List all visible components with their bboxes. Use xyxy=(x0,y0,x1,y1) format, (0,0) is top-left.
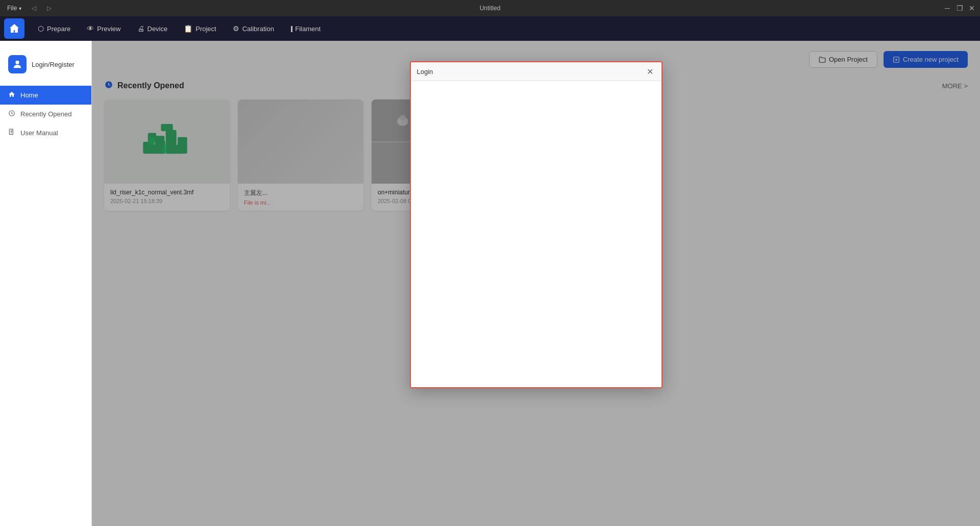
close-button[interactable]: ✕ xyxy=(968,4,976,12)
home-logo-button[interactable] xyxy=(4,18,24,39)
main-layout: Login/Register Home Recently Opened User… xyxy=(0,41,980,526)
menu-item-filament-label: Filament xyxy=(295,25,321,33)
sidebar-user[interactable]: Login/Register xyxy=(0,49,91,80)
menu-bar: ⬡ Prepare 👁 Preview 🖨 Device 📋 Project ⚙… xyxy=(0,16,980,41)
modal-close-button[interactable]: ✕ xyxy=(645,66,655,77)
project-icon: 📋 xyxy=(184,24,192,33)
menu-item-prepare[interactable]: ⬡ Prepare xyxy=(31,21,78,36)
manual-icon xyxy=(8,129,15,137)
chevron-down-icon: ▾ xyxy=(19,6,21,11)
sidebar: Login/Register Home Recently Opened User… xyxy=(0,41,92,526)
file-menu[interactable]: File ▾ xyxy=(4,4,24,13)
menu-item-device[interactable]: 🖨 Device xyxy=(130,21,175,36)
menu-item-calibration[interactable]: ⚙ Calibration xyxy=(226,21,281,36)
login-modal: Login ✕ xyxy=(410,61,663,388)
menu-item-preview-label: Preview xyxy=(97,25,120,33)
menu-item-project[interactable]: 📋 Project xyxy=(177,21,223,36)
sidebar-username: Login/Register xyxy=(32,61,75,68)
menu-item-device-label: Device xyxy=(148,25,168,33)
forward-arrow[interactable]: ▷ xyxy=(43,2,55,14)
modal-overlay: Login ✕ xyxy=(92,41,980,526)
sidebar-item-recently-opened-label: Recently Opened xyxy=(20,110,71,118)
avatar xyxy=(8,55,27,73)
back-arrow[interactable]: ◁ xyxy=(28,2,40,14)
window-title: Untitled xyxy=(480,5,501,12)
sidebar-item-user-manual[interactable]: User Manual xyxy=(0,123,91,142)
sidebar-item-recently-opened[interactable]: Recently Opened xyxy=(0,105,91,123)
content-area: Open Project Create new project Recently… xyxy=(92,41,980,526)
modal-header: Login ✕ xyxy=(411,62,662,81)
restore-button[interactable]: ❐ xyxy=(955,4,964,12)
sidebar-item-user-manual-label: User Manual xyxy=(20,129,58,137)
menu-item-preview[interactable]: 👁 Preview xyxy=(80,21,128,36)
menu-item-prepare-label: Prepare xyxy=(47,25,70,33)
filament-icon: ||| xyxy=(290,25,292,32)
title-bar-left: File ▾ ◁ ▷ xyxy=(4,2,55,14)
title-bar: File ▾ ◁ ▷ Untitled ─ ❐ ✕ xyxy=(0,0,980,16)
sidebar-item-home[interactable]: Home xyxy=(0,86,91,105)
file-label: File xyxy=(7,5,17,12)
svg-point-0 xyxy=(15,61,19,64)
calibration-icon: ⚙ xyxy=(233,24,239,33)
sidebar-item-home-label: Home xyxy=(20,91,38,99)
preview-icon: 👁 xyxy=(87,24,94,33)
prepare-icon: ⬡ xyxy=(38,24,44,33)
home-nav-icon xyxy=(8,91,15,99)
device-icon: 🖨 xyxy=(137,24,144,33)
menu-item-project-label: Project xyxy=(195,25,216,33)
clock-icon xyxy=(8,110,15,118)
minimize-button[interactable]: ─ xyxy=(943,4,951,12)
modal-title: Login xyxy=(417,68,433,76)
menu-item-calibration-label: Calibration xyxy=(242,25,274,33)
sidebar-nav: Home Recently Opened User Manual xyxy=(0,86,91,142)
menu-item-filament[interactable]: ||| Filament xyxy=(283,22,328,36)
title-bar-controls: ─ ❐ ✕ xyxy=(943,4,976,12)
modal-body xyxy=(411,81,662,387)
